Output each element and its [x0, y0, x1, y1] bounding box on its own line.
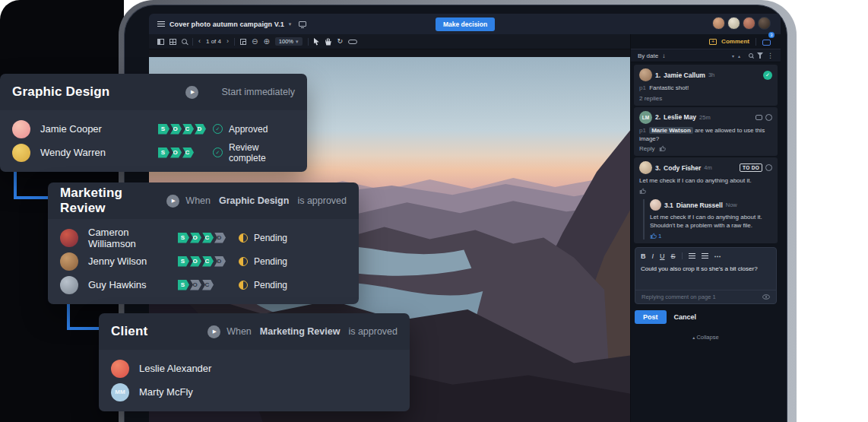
chat-button[interactable]: 3	[762, 35, 771, 49]
reviewer-name: Jenny Wilson	[88, 255, 178, 267]
step-badge-o: O	[170, 124, 182, 135]
sort-by-label[interactable]: By date	[638, 52, 658, 59]
shape-tool-icon[interactable]	[348, 40, 357, 44]
chevron-down-icon[interactable]: ▾	[289, 21, 292, 27]
comment-item[interactable]: 1. Jamie Callum 3h ✓ p1 Fantastic shot! …	[634, 65, 778, 106]
chat-count-badge: 3	[768, 32, 775, 38]
step-badge-c: C	[182, 148, 194, 158]
document-title[interactable]: Cover photo autumn campaign V.1	[169, 21, 284, 28]
comment-author: Cody Fisher	[664, 164, 701, 172]
numbered-list-icon[interactable]	[702, 253, 708, 259]
cancel-button[interactable]: Cancel	[674, 313, 697, 321]
pan-tool-icon[interactable]	[325, 38, 332, 46]
chevron-down-icon: ▾	[296, 39, 299, 45]
thumbs-up-icon[interactable]	[659, 145, 666, 152]
step-badge-o: O	[190, 256, 201, 267]
reply-link[interactable]: Reply	[639, 145, 654, 152]
app-header: Cover photo autumn campaign V.1 ▾ Make d…	[149, 14, 781, 34]
comment-composer[interactable]: B I U S ⋯ Could you also crop it so sh	[635, 247, 777, 304]
resolved-check-icon[interactable]: ✓	[763, 71, 772, 80]
comment-reply[interactable]: 3.1 Dianne Russell Now Let me check if I…	[643, 199, 772, 240]
reviewer-row: Guy Hawkins SOC Pending	[60, 273, 347, 297]
workflow-title: Marketing Review	[60, 186, 166, 216]
replies-link[interactable]: 2 replies	[639, 95, 772, 102]
avatar[interactable]	[712, 17, 725, 30]
comment-item[interactable]: LM 2. Leslie May 25m	[634, 107, 778, 157]
sidebar-toggle-icon[interactable]	[157, 39, 164, 45]
chevron-up-icon[interactable]: ▴	[738, 53, 740, 59]
step-badge-o: O	[190, 233, 201, 243]
comment-time: 4m	[704, 164, 711, 171]
comments-sidebar: + Comment 3 By date ↓ ▾ ▴	[630, 34, 781, 422]
thumbs-up-icon[interactable]	[639, 188, 646, 195]
play-icon: ▶	[166, 195, 179, 208]
comment-button[interactable]: Comment	[721, 38, 749, 45]
underline-icon[interactable]: U	[660, 252, 665, 260]
more-formatting-icon[interactable]: ⋯	[714, 252, 722, 260]
thumbs-up-icon[interactable]	[650, 233, 657, 240]
divider	[234, 38, 235, 46]
step-badge-s: S	[178, 280, 189, 290]
play-icon: ▶	[185, 86, 198, 99]
zoom-in-icon[interactable]: ⊕	[263, 38, 269, 46]
composer-input[interactable]: Could you also crop it so she's a bit cl…	[641, 265, 771, 273]
mention-chip[interactable]: Marie Watson	[649, 127, 693, 134]
thumbnail-grid-icon[interactable]	[169, 39, 176, 45]
like-count: 1	[658, 233, 661, 240]
fit-to-screen-icon[interactable]	[240, 39, 246, 45]
zoom-out-icon[interactable]: ⊖	[252, 38, 258, 46]
bold-icon[interactable]: B	[641, 252, 646, 260]
collapse-toggle[interactable]: ▴ Collapse	[634, 332, 778, 343]
approved-check-icon: ✓	[213, 148, 223, 157]
avatar	[639, 161, 652, 174]
rotate-icon[interactable]: ↻	[337, 38, 344, 45]
bullet-list-icon[interactable]	[689, 253, 695, 259]
avatar[interactable]	[743, 17, 756, 30]
play-icon: ▶	[207, 325, 220, 338]
select-tool-icon[interactable]	[314, 38, 320, 46]
trigger-condition: is approved	[297, 195, 347, 206]
reviewer-row: Jamie Cooper SOCD ✓Approved	[12, 117, 295, 141]
divider	[308, 38, 309, 46]
monitor-icon[interactable]	[299, 21, 306, 27]
filter-icon[interactable]	[757, 52, 763, 59]
menu-icon[interactable]	[157, 21, 165, 27]
sort-direction-icon[interactable]: ↓	[662, 52, 665, 59]
step-badge-s: S	[158, 148, 169, 158]
step-badge-c: C	[182, 124, 194, 135]
avatar[interactable]	[758, 17, 771, 30]
chevron-down-icon[interactable]: ▾	[732, 53, 734, 59]
avatar[interactable]	[727, 17, 740, 30]
comment-time: 3h	[708, 71, 714, 78]
todo-badge[interactable]: TO DO	[740, 163, 762, 172]
workflow-connector	[14, 196, 52, 199]
step-badge-s: S	[178, 233, 189, 243]
review-steps: SOCD	[178, 233, 239, 243]
comment-author: Dianne Russell	[676, 201, 723, 209]
make-decision-button[interactable]: Make decision	[436, 17, 495, 31]
step-badge-o: O	[170, 148, 182, 158]
search-comments-icon[interactable]	[749, 53, 753, 58]
zoom-level-select[interactable]: 100% ▾	[275, 37, 303, 46]
post-button[interactable]: Post	[635, 310, 667, 324]
strikethrough-icon[interactable]: S	[671, 252, 676, 260]
step-badge-s: S	[158, 124, 169, 135]
review-steps: SOC	[178, 280, 239, 290]
comment-text: Let me check if I can do anything about …	[639, 177, 752, 184]
kebab-menu-icon[interactable]: ⋮	[767, 52, 774, 59]
add-comment-icon[interactable]: +	[709, 39, 717, 45]
reply-bubble-icon[interactable]	[756, 115, 762, 120]
search-icon[interactable]	[182, 39, 187, 44]
eye-icon[interactable]	[762, 294, 770, 300]
resolve-circle-icon[interactable]	[765, 164, 772, 171]
trigger-subject: Marketing Review	[260, 326, 341, 337]
status-label: Pending	[254, 256, 287, 267]
previous-page-icon[interactable]: ‹	[198, 38, 201, 45]
next-page-icon[interactable]: ›	[227, 38, 229, 45]
comment-item[interactable]: 3. Cody Fisher 4m TO DO Let me check if …	[634, 157, 778, 243]
resolve-circle-icon[interactable]	[765, 114, 772, 121]
workflow-trigger: ▶ WhenMarketing Reviewis approved	[207, 325, 398, 338]
page-reference: p1	[639, 84, 646, 91]
review-steps: SOCD	[178, 256, 239, 267]
italic-icon[interactable]: I	[652, 252, 654, 260]
